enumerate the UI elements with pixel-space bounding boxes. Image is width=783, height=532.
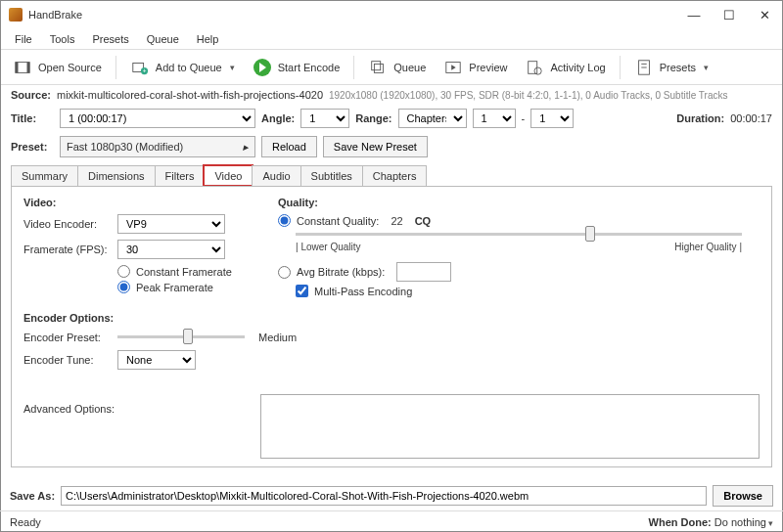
menu-tools[interactable]: Tools [42, 31, 83, 47]
avg-bitrate-input[interactable] [396, 262, 451, 282]
encoder-preset-label: Encoder Preset: [23, 332, 112, 343]
quality-slider[interactable] [296, 233, 742, 236]
maximize-button[interactable]: ☐ [712, 1, 747, 28]
menu-help[interactable]: Help [189, 31, 227, 47]
presets-button[interactable]: Presets ▾ [628, 56, 714, 79]
video-section-header: Video: [23, 197, 258, 208]
add-to-queue-button[interactable]: + Add to Queue ▾ [124, 56, 241, 79]
encoder-preset-thumb[interactable] [183, 329, 193, 344]
chevron-down-icon: ▾ [768, 518, 773, 528]
play-icon [253, 58, 272, 77]
constant-framerate-radio[interactable] [117, 265, 130, 278]
svg-rect-1 [16, 62, 19, 72]
svg-rect-6 [372, 61, 381, 69]
svg-rect-2 [27, 62, 30, 72]
activity-log-button[interactable]: Activity Log [519, 56, 611, 79]
encoder-tune-label: Encoder Tune: [23, 354, 112, 366]
constant-quality-label: Constant Quality: [297, 215, 379, 227]
source-row: Source: mixkit-multicolored-coral-shot-w… [1, 85, 782, 105]
minimize-button[interactable]: — [676, 1, 712, 28]
framerate-label: Framerate (FPS): [23, 244, 112, 255]
menu-queue[interactable]: Queue [139, 31, 187, 47]
preview-label: Preview [469, 62, 507, 73]
open-source-label: Open Source [38, 62, 102, 73]
encoder-options-header: Encoder Options: [23, 312, 760, 324]
add-to-queue-label: Add to Queue [156, 62, 222, 73]
source-label: Source: [11, 89, 51, 101]
title-label: Title: [11, 112, 54, 124]
video-encoder-select[interactable]: VP9 [117, 214, 225, 234]
statusbar: Ready When Done: Do nothing▾ [0, 510, 783, 532]
cq-value: 22 [391, 215, 402, 227]
title-select[interactable]: 1 (00:00:17) [60, 109, 255, 128]
app-icon [9, 8, 23, 22]
preset-select[interactable]: Fast 1080p30 (Modified)▸ [60, 136, 255, 157]
avg-bitrate-radio[interactable] [278, 266, 291, 279]
chevron-down-icon: ▾ [704, 63, 709, 72]
add-queue-icon: + [130, 58, 150, 77]
range-end-select[interactable]: 1 [530, 109, 574, 128]
menu-presets[interactable]: Presets [84, 31, 136, 47]
range-sep: - [522, 112, 526, 124]
preset-row: Preset: Fast 1080p30 (Modified)▸ Reload … [1, 132, 782, 161]
constant-quality-radio[interactable] [278, 214, 291, 227]
multi-pass-checkbox[interactable] [296, 285, 308, 297]
avg-bitrate-label: Avg Bitrate (kbps): [297, 266, 385, 278]
browse-button[interactable]: Browse [713, 485, 773, 507]
peak-framerate-radio[interactable] [117, 281, 130, 293]
tab-summary[interactable]: Summary [11, 165, 78, 186]
chevron-down-icon: ▾ [230, 63, 235, 72]
constant-framerate-label: Constant Framerate [136, 266, 232, 278]
tabs: Summary Dimensions Filters Video Audio S… [1, 165, 782, 186]
reload-button[interactable]: Reload [261, 136, 317, 157]
start-encode-button[interactable]: Start Encode [247, 56, 346, 79]
advanced-options-input[interactable] [260, 394, 760, 459]
lower-quality-label: | Lower Quality [296, 242, 361, 252]
queue-button[interactable]: Queue [362, 56, 432, 79]
queue-icon [368, 58, 388, 77]
menubar: File Tools Presets Queue Help [1, 28, 782, 50]
save-new-preset-button[interactable]: Save New Preset [323, 136, 428, 157]
preview-button[interactable]: Preview [438, 56, 513, 79]
open-source-button[interactable]: Open Source [7, 56, 108, 79]
framerate-select[interactable]: 30 [117, 240, 225, 259]
when-done-value[interactable]: Do nothing [714, 516, 766, 528]
quality-section-header: Quality: [278, 197, 760, 208]
range-start-select[interactable]: 1 [473, 109, 516, 128]
toolbar: Open Source + Add to Queue ▾ Start Encod… [1, 50, 782, 85]
angle-select[interactable]: 1 [300, 109, 349, 128]
tab-video[interactable]: Video [204, 165, 253, 186]
source-info: 1920x1080 (1920x1080), 30 FPS, SDR (8-bi… [329, 90, 727, 101]
range-label: Range: [355, 112, 392, 124]
log-icon [525, 58, 544, 77]
save-as-row: Save As: Browse [0, 477, 783, 514]
svg-text:+: + [142, 67, 146, 74]
start-encode-label: Start Encode [278, 62, 341, 73]
tab-chapters[interactable]: Chapters [362, 165, 428, 186]
range-type-select[interactable]: Chapters [398, 109, 467, 128]
app-title: HandBrake [28, 9, 82, 21]
titlebar: HandBrake — ☐ ✕ [1, 1, 782, 28]
angle-label: Angle: [261, 112, 295, 124]
tab-dimensions[interactable]: Dimensions [77, 165, 155, 186]
tab-filters[interactable]: Filters [155, 165, 206, 186]
title-row: Title: 1 (00:00:17) Angle: 1 Range: Chap… [1, 105, 782, 132]
tab-subtitles[interactable]: Subtitles [300, 165, 363, 186]
duration-value: 00:00:17 [730, 112, 772, 124]
presets-label: Presets [660, 62, 696, 73]
tab-audio[interactable]: Audio [252, 165, 300, 186]
activity-log-label: Activity Log [550, 62, 605, 73]
svg-rect-10 [529, 61, 537, 73]
preset-label: Preset: [11, 141, 54, 153]
peak-framerate-label: Peak Framerate [136, 282, 213, 293]
menu-file[interactable]: File [7, 31, 40, 47]
close-button[interactable]: ✕ [747, 1, 782, 28]
encoder-tune-select[interactable]: None [117, 350, 196, 370]
svg-marker-9 [452, 65, 457, 69]
encoder-preset-slider[interactable] [117, 335, 245, 338]
save-as-input[interactable] [61, 486, 707, 506]
multi-pass-label: Multi-Pass Encoding [314, 286, 412, 297]
quality-slider-thumb[interactable] [585, 226, 595, 242]
svg-rect-7 [375, 64, 384, 72]
video-encoder-label: Video Encoder: [23, 218, 112, 230]
